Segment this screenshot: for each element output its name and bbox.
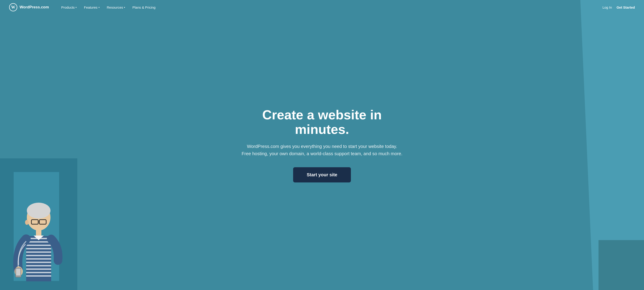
- navbar: W WordPress.com Products ▾ Features ▾ Re…: [0, 0, 644, 14]
- svg-text:W: W: [11, 5, 15, 9]
- nav-item-products[interactable]: Products ▾: [58, 4, 80, 11]
- chevron-down-icon: ▾: [124, 6, 125, 9]
- svg-rect-24: [16, 269, 20, 276]
- svg-point-7: [25, 220, 29, 225]
- chevron-down-icon: ▾: [76, 6, 77, 9]
- nav-item-resources[interactable]: Resources ▾: [104, 4, 128, 11]
- bg-shape-right-bottom: [598, 240, 644, 290]
- hero-subtitle-line1: WordPress.com gives you everything you n…: [236, 143, 408, 150]
- start-your-site-button[interactable]: Start your site: [293, 167, 351, 182]
- svg-rect-14: [26, 251, 51, 253]
- nav-products-label: Products: [61, 5, 74, 9]
- wordpress-icon: W: [9, 3, 17, 11]
- hero-section: Create a website in minutes. WordPress.c…: [0, 0, 644, 290]
- bg-shape-right-top: [580, 0, 644, 290]
- hero-background-shapes: [386, 0, 644, 290]
- hero-subtitle-line2: Free hosting, your own domain, a world-c…: [236, 150, 408, 157]
- hero-person-image: [0, 158, 77, 290]
- svg-rect-17: [26, 262, 51, 263]
- svg-rect-15: [26, 255, 51, 256]
- brand-logo-link[interactable]: W WordPress.com: [9, 3, 49, 11]
- get-started-button[interactable]: Get Started: [616, 5, 635, 9]
- nav-item-features[interactable]: Features ▾: [81, 4, 102, 11]
- navbar-nav: Products ▾ Features ▾ Resources ▾ Plans …: [58, 4, 602, 11]
- nav-features-label: Features: [84, 5, 97, 9]
- svg-rect-18: [26, 265, 51, 266]
- brand-name: WordPress.com: [20, 5, 49, 9]
- hero-content: Create a website in minutes. WordPress.c…: [231, 108, 413, 183]
- svg-rect-12: [26, 245, 51, 246]
- nav-item-plans-pricing[interactable]: Plans & Pricing: [129, 4, 159, 11]
- hero-title: Create a website in minutes.: [236, 108, 408, 137]
- login-button[interactable]: Log In: [602, 5, 612, 9]
- svg-rect-19: [26, 269, 51, 270]
- svg-rect-21: [26, 275, 51, 277]
- nav-resources-label: Resources: [107, 5, 123, 9]
- person-silhouette: [0, 158, 77, 290]
- svg-rect-20: [26, 272, 51, 273]
- svg-rect-16: [26, 258, 51, 260]
- svg-rect-8: [36, 230, 42, 236]
- nav-plans-label: Plans & Pricing: [132, 5, 156, 9]
- svg-rect-13: [26, 248, 51, 249]
- chevron-down-icon: ▾: [98, 6, 100, 9]
- hero-subtitle: WordPress.com gives you everything you n…: [236, 143, 408, 157]
- svg-point-3: [27, 203, 50, 219]
- navbar-actions: Log In Get Started: [602, 5, 635, 9]
